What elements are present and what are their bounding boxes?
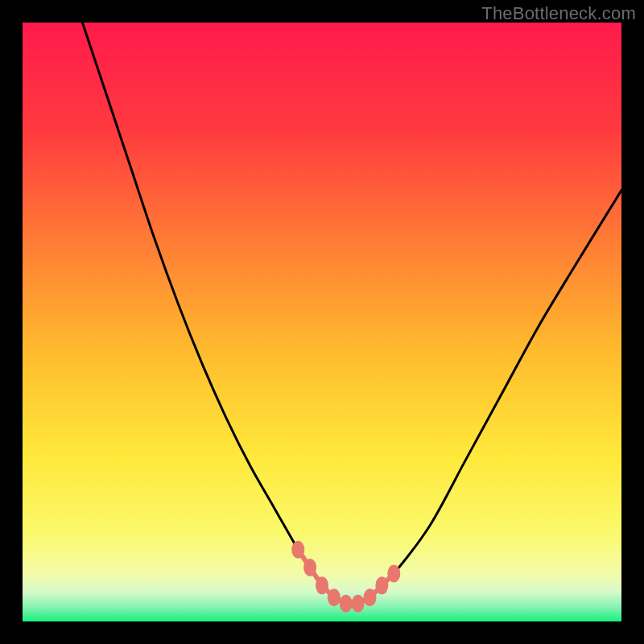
valley-markers — [291, 541, 400, 613]
valley-dot — [340, 595, 353, 613]
valley-dot — [364, 588, 377, 606]
valley-dot — [352, 595, 365, 613]
watermark-text: TheBottleneck.com — [481, 3, 636, 24]
valley-dot — [375, 576, 388, 594]
bottleneck-curve — [82, 23, 621, 605]
valley-dot — [316, 576, 328, 594]
valley-dot — [303, 559, 316, 576]
valley-dot — [328, 588, 341, 606]
chart-svg — [23, 23, 621, 621]
valley-dot — [291, 541, 304, 559]
valley-dot — [387, 564, 400, 582]
